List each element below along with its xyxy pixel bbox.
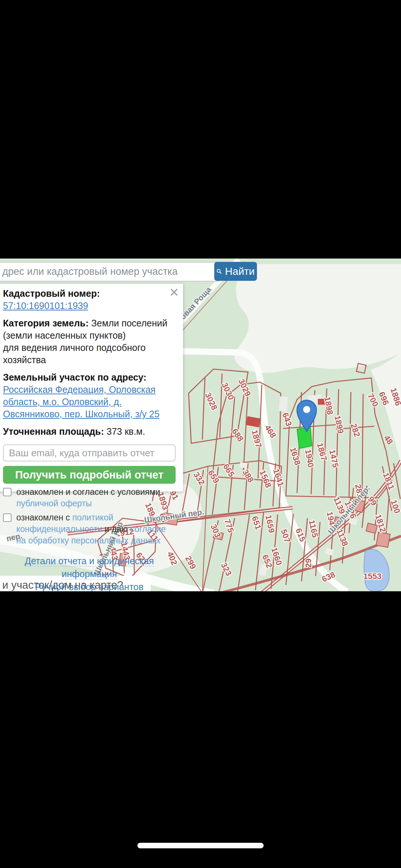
cadastral-number-row: Кадастровый номер: 57:10:1690101:1939 xyxy=(3,287,176,312)
privacy-consent-checkbox[interactable] xyxy=(3,513,12,522)
search-input[interactable] xyxy=(0,262,221,282)
offer-consent-checkbox[interactable] xyxy=(3,488,12,496)
privacy-consent-middle: и даю xyxy=(102,524,130,534)
land-category-row: Категория земель: Земли поселений (земли… xyxy=(3,317,176,366)
area-label: Уточненная площадь: xyxy=(3,426,104,437)
privacy-consent-row: ознакомлен с политикой конфиденциальност… xyxy=(3,512,176,546)
cadastral-number-link[interactable]: 57:10:1690101:1939 xyxy=(3,300,88,311)
map-viewport[interactable]: 3028303030296434686881897189818992827006… xyxy=(0,259,401,591)
svg-text:1553: 1553 xyxy=(363,572,382,581)
address-link[interactable]: Российская Федерация, Орловская область,… xyxy=(3,384,160,419)
privacy-consent-text: ознакомлен с xyxy=(16,513,72,522)
offer-consent-text: ознакомлен и согласен с условиями xyxy=(16,487,160,497)
land-use-value: для ведения личного подсобного хозяйства xyxy=(3,342,146,365)
cadastral-number-label: Кадастровый номер: xyxy=(3,288,100,299)
svg-text:29: 29 xyxy=(304,559,313,568)
address-row: Земельный участок по адресу: Российская … xyxy=(3,371,176,420)
parcel-info-panel: × Кадастровый номер: 57:10:1690101:1939 … xyxy=(0,284,183,491)
area-value: 373 кв.м. xyxy=(104,426,145,437)
selected-parcel[interactable] xyxy=(297,427,312,448)
report-details-link[interactable]: Детали отчета и юридическая информация xyxy=(25,556,154,579)
phone-screen: { "search": { "placeholder": "дрес или к… xyxy=(0,0,401,868)
search-button-label: Найти xyxy=(225,266,255,277)
search-bar: Найти xyxy=(0,262,401,281)
home-indicator xyxy=(137,843,264,848)
offer-consent-row: ознакомлен и согласен с условиями публич… xyxy=(3,486,176,509)
get-report-button[interactable]: Получить подробный отчет xyxy=(3,466,176,484)
close-icon[interactable]: × xyxy=(169,285,179,300)
search-icon xyxy=(216,267,222,276)
public-offer-link[interactable]: публичной оферты xyxy=(16,499,92,508)
area-row: Уточненная площадь: 373 кв.м. xyxy=(3,425,176,438)
search-button[interactable]: Найти xyxy=(214,262,257,281)
email-field[interactable] xyxy=(3,444,176,461)
land-category-label: Категория земель: xyxy=(3,318,89,328)
manual-select-link[interactable]: Ручной выбор вариантов xyxy=(35,582,144,591)
address-label: Земельный участок по адресу: xyxy=(3,372,146,382)
panel-footer-links: Детали отчета и юридическая информация Р… xyxy=(3,555,176,591)
